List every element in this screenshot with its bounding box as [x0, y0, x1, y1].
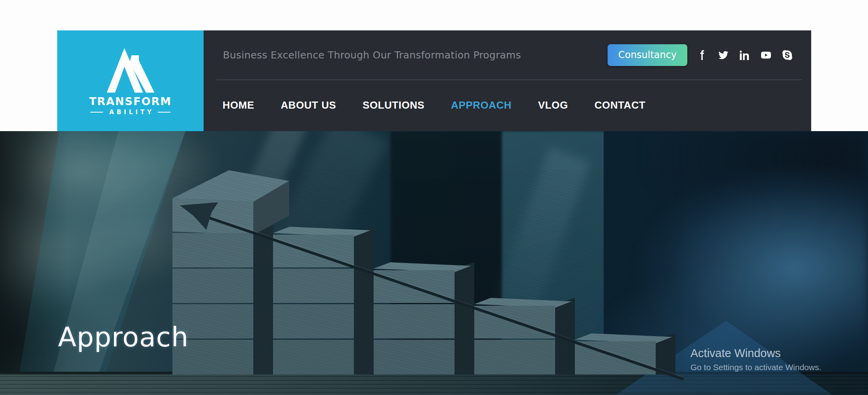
skype-icon[interactable]: [782, 50, 792, 60]
logo-line-left: [90, 112, 103, 113]
social-links: [697, 50, 792, 60]
activate-windows-watermark: Activate Windows Go to Settings to activ…: [690, 347, 821, 372]
page: TRANSFORM ABILITY Business Excellence Th…: [0, 0, 868, 395]
mountain-logo-icon: [105, 47, 157, 94]
nav-item-approach[interactable]: APPROACH: [451, 99, 512, 111]
logo-line-right: [158, 112, 170, 113]
linkedin-icon[interactable]: [740, 50, 750, 60]
site-header: TRANSFORM ABILITY Business Excellence Th…: [57, 30, 811, 131]
consultancy-button[interactable]: Consultancy: [608, 44, 687, 66]
main-navigation: HOME ABOUT US SOLUTIONS APPROACH VLOG CO…: [223, 79, 645, 131]
twitter-icon[interactable]: [718, 50, 728, 60]
watermark-line1: Activate Windows: [690, 347, 821, 360]
logo-title: TRANSFORM: [89, 95, 172, 107]
nav-item-contact[interactable]: CONTACT: [595, 99, 645, 111]
nav-item-about-us[interactable]: ABOUT US: [281, 99, 336, 111]
logo-subtitle: ABILITY: [104, 109, 154, 116]
facebook-icon[interactable]: [697, 50, 707, 60]
hero-banner: Approach Activate Windows Go to Settings…: [0, 131, 868, 395]
header-top-row: Business Excellence Through Our Transfor…: [204, 30, 811, 79]
logo-subtitle-row: ABILITY: [90, 109, 170, 116]
youtube-icon[interactable]: [761, 50, 771, 60]
logo[interactable]: TRANSFORM ABILITY: [57, 30, 204, 131]
tagline: Business Excellence Through Our Transfor…: [223, 49, 521, 61]
watermark-line2: Go to Settings to activate Windows.: [690, 363, 821, 372]
nav-item-vlog[interactable]: VLOG: [538, 99, 568, 111]
page-title: Approach: [58, 322, 189, 353]
nav-item-solutions[interactable]: SOLUTIONS: [363, 99, 425, 111]
nav-item-home[interactable]: HOME: [223, 99, 254, 111]
